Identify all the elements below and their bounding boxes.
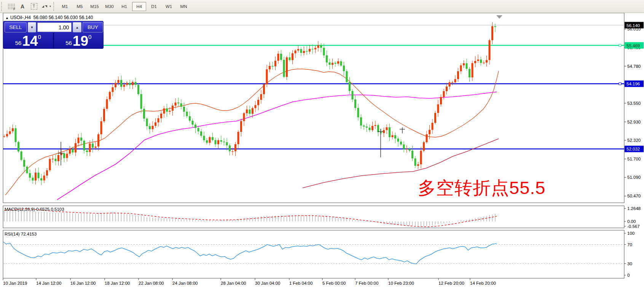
chart-window-icon[interactable]: F: [6, 2, 16, 11]
svg-text:18 Jan 12:00: 18 Jan 12:00: [105, 281, 130, 285]
terminal-window: F A T ▾ M1M5M15M30H1H4D1W1MN 56.01055.40…: [0, 0, 644, 287]
symbol-label: USOil-,H4: [10, 15, 31, 20]
svg-text:51.700: 51.700: [627, 157, 641, 161]
svg-text:1 Feb 04:00: 1 Feb 04:00: [289, 281, 312, 285]
svg-text:52.320: 52.320: [627, 138, 641, 143]
sell-price-big-digits: 14: [22, 35, 38, 48]
rsi-line: [3, 242, 497, 264]
timeframe-button-h4[interactable]: H4: [132, 2, 146, 11]
buy-price-figure: 56: [65, 40, 72, 46]
sell-price-pip: 0: [38, 34, 41, 40]
chart-text-annotation[interactable]: 多空转折点55.5: [418, 176, 545, 200]
svg-text:0: 0: [627, 273, 630, 277]
cross-marks[interactable]: [58, 127, 405, 165]
cursor-mode-button[interactable]: ▾: [40, 2, 51, 11]
sell-button[interactable]: SELL: [5, 22, 27, 32]
svg-text:50.470: 50.470: [627, 194, 641, 198]
toolbar-grip-2[interactable]: [53, 2, 55, 11]
timeframe-button-d1[interactable]: D1: [147, 2, 161, 11]
svg-text:14 Jan 12:00: 14 Jan 12:00: [36, 281, 62, 285]
svg-text:12 Feb 20:00: 12 Feb 20:00: [438, 281, 464, 285]
buy-price-pip: 0: [88, 34, 91, 40]
timeframe-group: M1M5M15M30H1H4D1W1MN: [57, 2, 191, 11]
arrows-icon: [41, 4, 48, 9]
toolbar: F A T ▾ M1M5M15M30H1H4D1W1MN: [0, 0, 644, 13]
svg-text:1.2648: 1.2648: [627, 206, 641, 211]
svg-text:10 Jan 2019: 10 Jan 2019: [3, 281, 27, 285]
chart-window[interactable]: 56.01055.40054.78054.17053.55052.93052.3…: [0, 13, 644, 287]
svg-text:-0.567: -0.567: [627, 224, 640, 229]
svg-text:100: 100: [627, 231, 634, 236]
rsi-label: RSI(14) 72.4153: [5, 232, 37, 236]
timeframe-button-m5[interactable]: M5: [73, 2, 87, 11]
buy-price[interactable]: 56 19 0: [54, 33, 104, 49]
trade-panel-top-row: SELL ▼ ▲ BUY: [3, 22, 103, 32]
text-box-button[interactable]: T: [29, 2, 39, 11]
timeframe-button-h1[interactable]: H1: [117, 2, 131, 11]
volume-decrease-button[interactable]: ▼: [28, 22, 37, 32]
letter-a-icon: A: [21, 3, 24, 10]
price-arrow-marker[interactable]: [496, 15, 502, 19]
buy-price-big-digits: 19: [73, 35, 88, 48]
svg-text:54.196: 54.196: [626, 82, 640, 86]
volume-input[interactable]: [37, 22, 72, 32]
macd-histogram: [4, 210, 495, 226]
svg-text:14 Feb 20:00: 14 Feb 20:00: [470, 281, 496, 285]
svg-text:5 Feb 00:00: 5 Feb 00:00: [322, 281, 346, 285]
text-label-button[interactable]: A: [18, 2, 27, 11]
svg-text:30 Jan 04:00: 30 Jan 04:00: [255, 281, 281, 285]
svg-text:28 Jan 04:00: 28 Jan 04:00: [221, 281, 246, 285]
timeframe-button-m1[interactable]: M1: [58, 2, 72, 11]
svg-text:51.090: 51.090: [627, 175, 641, 180]
macd-label: MACD(12,26,9) 0.6525 0.5103: [5, 207, 64, 212]
svg-text:7 Feb 00:00: 7 Feb 00:00: [355, 281, 378, 285]
svg-text:0.00: 0.00: [627, 219, 636, 224]
timeframe-button-m15[interactable]: M15: [88, 2, 102, 11]
buy-button[interactable]: BUY: [83, 22, 103, 32]
timeframe-button-m30[interactable]: M30: [102, 2, 116, 11]
svg-text:55.469: 55.469: [626, 43, 640, 48]
trade-panel-prices: 56 14 0 56 19 0: [3, 33, 103, 49]
svg-text:10 Feb 23:00: 10 Feb 23:00: [388, 281, 414, 285]
svg-text:52.032: 52.032: [626, 147, 640, 151]
svg-text:16 Jan 12:00: 16 Jan 12:00: [70, 281, 96, 285]
svg-text:52.930: 52.930: [627, 120, 641, 124]
timeframe-button-mn[interactable]: MN: [177, 2, 191, 11]
text-box-icon: T: [31, 3, 37, 10]
one-click-trading-panel: SELL ▼ ▲ BUY 56 14 0 56 19 0: [3, 21, 104, 49]
svg-text:70: 70: [627, 242, 632, 247]
svg-text:54.780: 54.780: [627, 64, 641, 69]
pane-border: [3, 230, 624, 278]
chart-title: ▲USOil-,H4 56.080 56.140 56.030 56.140: [5, 15, 93, 20]
svg-text:30: 30: [627, 261, 632, 266]
svg-text:53.550: 53.550: [627, 101, 641, 106]
chart-canvas[interactable]: 56.01055.40054.78054.17053.55052.93052.3…: [0, 13, 644, 287]
grid-icon: F: [8, 3, 15, 9]
timeframe-button-w1[interactable]: W1: [162, 2, 176, 11]
time-axis[interactable]: 10 Jan 201914 Jan 12:0016 Jan 12:0018 Ja…: [3, 278, 496, 285]
pane-border: [3, 206, 624, 228]
price-axis[interactable]: 56.01055.40054.78054.17053.55052.93052.3…: [624, 22, 644, 278]
chevron-down-icon: ▾: [49, 5, 51, 8]
svg-text:56.140: 56.140: [626, 23, 640, 28]
sell-price[interactable]: 56 14 0: [3, 33, 53, 49]
svg-text:22 Jan 08:00: 22 Jan 08:00: [139, 281, 164, 285]
volume-increase-button[interactable]: ▲: [73, 22, 81, 32]
sell-price-figure: 56: [15, 40, 22, 46]
toolbar-grip[interactable]: [1, 2, 3, 11]
svg-text:24 Jan 08:00: 24 Jan 08:00: [172, 281, 198, 285]
collapse-arrow-icon: ▲: [5, 16, 9, 20]
ohlc-values: 56.080 56.140 56.030 56.140: [33, 15, 93, 20]
